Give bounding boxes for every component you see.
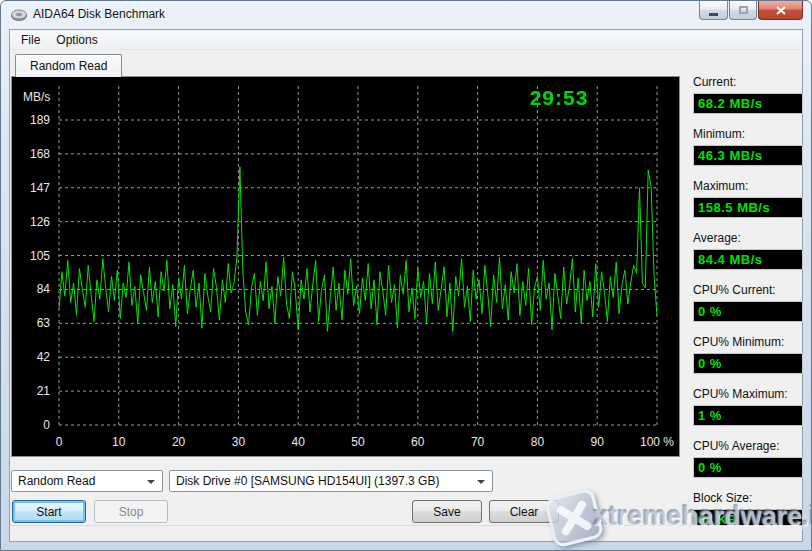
- maximize-icon: [739, 6, 748, 14]
- stat-cpu-current: CPU% Current: 0 %: [693, 283, 803, 322]
- stat-label: CPU% Maximum:: [693, 387, 803, 401]
- stat-minimum: Minimum: 46.3 MB/s: [693, 127, 803, 166]
- chart-panel: 0102030405060708090100 %0214263841051261…: [11, 76, 680, 457]
- stat-label: CPU% Current:: [693, 283, 803, 297]
- svg-text:105: 105: [30, 249, 50, 263]
- start-button[interactable]: Start: [12, 500, 86, 523]
- window-title: AIDA64 Disk Benchmark: [33, 7, 165, 21]
- menu-bar: File Options: [10, 30, 802, 50]
- benchmark-chart: 0102030405060708090100 %0214263841051261…: [12, 77, 679, 456]
- svg-text:10: 10: [112, 435, 126, 449]
- minimize-icon: [709, 13, 718, 16]
- svg-text:126: 126: [30, 215, 50, 229]
- close-button[interactable]: [758, 1, 803, 20]
- stat-value: 0 %: [693, 457, 803, 478]
- stat-average: Average: 84.4 MB/s: [693, 231, 803, 270]
- maximize-button[interactable]: [729, 1, 757, 20]
- stat-value: 0 %: [693, 301, 803, 322]
- stat-value: 158.5 MB/s: [693, 197, 803, 218]
- stat-label: Average:: [693, 231, 803, 245]
- stat-label: Current:: [693, 75, 803, 89]
- svg-text:90: 90: [591, 435, 605, 449]
- svg-text:60: 60: [411, 435, 425, 449]
- clear-button[interactable]: Clear: [489, 500, 559, 523]
- save-button[interactable]: Save: [412, 500, 482, 523]
- stat-cpu-minimum: CPU% Minimum: 0 %: [693, 335, 803, 374]
- disk-drive-select[interactable]: Disk Drive #0 [SAMSUNG HD154UI] (1397.3 …: [169, 470, 493, 492]
- client-area: File Options Random Read 010203040506070…: [9, 29, 803, 542]
- menu-options[interactable]: Options: [48, 31, 105, 49]
- stop-button[interactable]: Stop: [94, 500, 168, 523]
- stat-current: Current: 68.2 MB/s: [693, 75, 803, 114]
- svg-text:0: 0: [56, 435, 63, 449]
- svg-text:30: 30: [232, 435, 246, 449]
- svg-text:147: 147: [30, 181, 50, 195]
- stat-value: 84.4 MB/s: [693, 249, 803, 270]
- close-icon: [776, 6, 786, 15]
- menu-file[interactable]: File: [13, 31, 48, 49]
- chevron-down-icon: [147, 480, 155, 484]
- status-bar: [10, 525, 802, 541]
- stats-panel: Current: 68.2 MB/s Minimum: 46.3 MB/s Ma…: [693, 75, 803, 543]
- title-bar[interactable]: AIDA64 Disk Benchmark: [1, 1, 811, 29]
- benchmark-type-value: Random Read: [18, 474, 95, 488]
- stat-maximum: Maximum: 158.5 MB/s: [693, 179, 803, 218]
- stat-value: 46.3 MB/s: [693, 145, 803, 166]
- svg-text:20: 20: [172, 435, 186, 449]
- svg-text:70: 70: [471, 435, 485, 449]
- benchmark-type-select[interactable]: Random Read: [11, 470, 163, 492]
- svg-text:MB/s: MB/s: [23, 90, 50, 104]
- svg-text:42: 42: [37, 350, 51, 364]
- svg-text:84: 84: [37, 282, 51, 296]
- elapsed-time: 29:53: [499, 86, 619, 110]
- app-window: AIDA64 Disk Benchmark File Options Rando…: [0, 0, 812, 551]
- stat-label: Maximum:: [693, 179, 803, 193]
- chevron-down-icon: [477, 480, 485, 484]
- app-disk-icon: [11, 8, 27, 22]
- stat-label: CPU% Minimum:: [693, 335, 803, 349]
- svg-text:80: 80: [531, 435, 545, 449]
- stat-value: 0 %: [693, 353, 803, 374]
- stat-label: Block Size:: [693, 491, 803, 505]
- svg-text:100 %: 100 %: [640, 435, 674, 449]
- stat-cpu-maximum: CPU% Maximum: 1 %: [693, 387, 803, 426]
- stat-value: 68.2 MB/s: [693, 93, 803, 114]
- svg-text:189: 189: [30, 113, 50, 127]
- stat-label: CPU% Average:: [693, 439, 803, 453]
- stat-cpu-average: CPU% Average: 0 %: [693, 439, 803, 478]
- svg-text:0: 0: [43, 418, 50, 432]
- minimize-button[interactable]: [699, 1, 728, 20]
- svg-text:21: 21: [37, 384, 51, 398]
- disk-drive-value: Disk Drive #0 [SAMSUNG HD154UI] (1397.3 …: [176, 474, 439, 488]
- svg-text:40: 40: [292, 435, 306, 449]
- tab-random-read[interactable]: Random Read: [15, 54, 122, 77]
- stat-value: 1 %: [693, 405, 803, 426]
- svg-text:50: 50: [351, 435, 365, 449]
- svg-text:63: 63: [37, 316, 51, 330]
- svg-text:168: 168: [30, 147, 50, 161]
- stat-label: Minimum:: [693, 127, 803, 141]
